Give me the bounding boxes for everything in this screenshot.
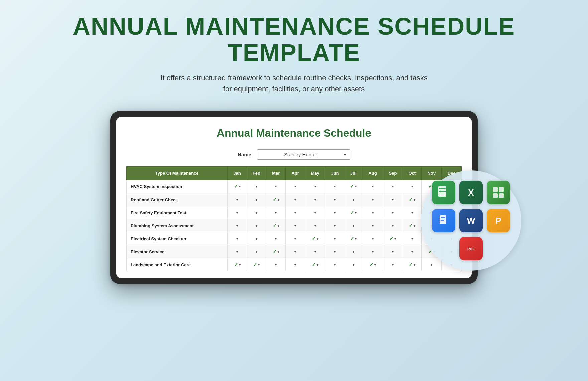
dropdown-arrow-icon[interactable]: ▾	[414, 198, 415, 202]
dropdown-arrow-icon[interactable]: ▾	[372, 198, 374, 202]
month-cell[interactable]: ▾	[325, 193, 345, 206]
dropdown-arrow-icon[interactable]: ▾	[411, 211, 413, 215]
month-cell[interactable]: ✓▾	[266, 245, 286, 258]
dropdown-arrow-icon[interactable]: ▾	[256, 185, 257, 188]
month-cell[interactable]: ▾	[383, 245, 403, 258]
month-cell[interactable]: ▾	[247, 245, 266, 258]
dropdown-arrow-icon[interactable]: ▾	[334, 263, 336, 267]
month-cell[interactable]: ✓▾	[345, 180, 362, 193]
dropdown-arrow-icon[interactable]: ▾	[314, 185, 316, 188]
month-cell[interactable]: ▾	[247, 193, 266, 206]
month-cell[interactable]: ▾	[286, 206, 305, 219]
app-icon-pages[interactable]: P	[487, 209, 510, 232]
dropdown-arrow-icon[interactable]: ▾	[372, 224, 374, 228]
month-cell[interactable]: ✓▾	[362, 258, 383, 271]
month-cell[interactable]: ▾	[403, 206, 421, 219]
month-cell[interactable]: ▾	[345, 245, 362, 258]
month-cell[interactable]: ▾	[345, 258, 362, 271]
dropdown-arrow-icon[interactable]: ▾	[392, 211, 394, 215]
month-cell[interactable]: ▾	[325, 245, 345, 258]
dropdown-arrow-icon[interactable]: ▾	[256, 198, 257, 202]
dropdown-arrow-icon[interactable]: ▾	[314, 250, 316, 254]
month-cell[interactable]: ▾	[286, 232, 305, 245]
month-cell[interactable]: ▾	[305, 193, 325, 206]
dropdown-arrow-icon[interactable]: ▾	[294, 185, 296, 188]
month-cell[interactable]: ✓▾	[247, 258, 266, 271]
dropdown-arrow-icon[interactable]: ▾	[256, 250, 257, 254]
month-cell[interactable]: ▾	[362, 219, 383, 232]
month-cell[interactable]: ▾	[362, 193, 383, 206]
dropdown-arrow-icon[interactable]: ▾	[374, 263, 376, 267]
dropdown-arrow-icon[interactable]: ▾	[372, 185, 374, 188]
month-cell[interactable]: ▾	[228, 245, 247, 258]
month-cell[interactable]: ▾	[362, 206, 383, 219]
dropdown-arrow-icon[interactable]: ▾	[256, 211, 257, 215]
month-cell[interactable]: ▾	[286, 258, 305, 271]
month-cell[interactable]: ▾	[228, 219, 247, 232]
month-cell[interactable]: ▾	[286, 245, 305, 258]
month-cell[interactable]: ▾	[247, 219, 266, 232]
month-cell[interactable]: ▾	[403, 245, 421, 258]
month-cell[interactable]: ▾	[362, 232, 383, 245]
dropdown-arrow-icon[interactable]: ▾	[294, 211, 296, 215]
dropdown-arrow-icon[interactable]: ▾	[294, 224, 296, 228]
dropdown-arrow-icon[interactable]: ▾	[414, 263, 415, 267]
month-cell[interactable]: ✓▾	[266, 219, 286, 232]
month-cell[interactable]: ✓▾	[228, 258, 247, 271]
dropdown-arrow-icon[interactable]: ▾	[275, 263, 277, 267]
dropdown-arrow-icon[interactable]: ▾	[275, 237, 277, 241]
dropdown-arrow-icon[interactable]: ▾	[275, 185, 277, 188]
dropdown-arrow-icon[interactable]: ▾	[239, 185, 241, 188]
month-cell[interactable]: ▾	[228, 232, 247, 245]
month-cell[interactable]: ✓▾	[345, 206, 362, 219]
dropdown-arrow-icon[interactable]: ▾	[278, 224, 279, 228]
dropdown-arrow-icon[interactable]: ▾	[334, 250, 336, 254]
dropdown-arrow-icon[interactable]: ▾	[294, 263, 296, 267]
month-cell[interactable]: ▾	[325, 180, 345, 193]
month-cell[interactable]: ▾	[266, 258, 286, 271]
month-cell[interactable]: ✓▾	[403, 219, 421, 232]
dropdown-arrow-icon[interactable]: ▾	[355, 185, 357, 188]
dropdown-arrow-icon[interactable]: ▾	[317, 263, 318, 267]
dropdown-arrow-icon[interactable]: ▾	[353, 263, 354, 267]
month-cell[interactable]: ✓▾	[345, 232, 362, 245]
dropdown-arrow-icon[interactable]: ▾	[372, 211, 374, 215]
dropdown-arrow-icon[interactable]: ▾	[394, 237, 396, 241]
dropdown-arrow-icon[interactable]: ▾	[334, 198, 336, 202]
dropdown-arrow-icon[interactable]: ▾	[392, 250, 394, 254]
dropdown-arrow-icon[interactable]: ▾	[317, 237, 318, 241]
dropdown-arrow-icon[interactable]: ▾	[355, 211, 357, 215]
app-icon-excel[interactable]: X	[459, 181, 483, 204]
dropdown-arrow-icon[interactable]: ▾	[334, 185, 336, 188]
month-cell[interactable]: ▾	[325, 206, 345, 219]
dropdown-arrow-icon[interactable]: ▾	[334, 237, 336, 241]
month-cell[interactable]: ▾	[266, 180, 286, 193]
dropdown-arrow-icon[interactable]: ▾	[334, 211, 336, 215]
dropdown-arrow-icon[interactable]: ▾	[236, 250, 238, 254]
app-icon-sheets[interactable]	[432, 181, 455, 204]
app-icon-pdf[interactable]: PDF	[459, 237, 483, 260]
dropdown-arrow-icon[interactable]: ▾	[275, 211, 277, 215]
month-cell[interactable]: ▾	[383, 258, 403, 271]
month-cell[interactable]: ▾	[286, 180, 305, 193]
month-cell[interactable]: ✓▾	[266, 193, 286, 206]
dropdown-arrow-icon[interactable]: ▾	[256, 224, 257, 228]
dropdown-arrow-icon[interactable]: ▾	[353, 198, 354, 202]
month-cell[interactable]: ▾	[362, 245, 383, 258]
dropdown-arrow-icon[interactable]: ▾	[411, 250, 413, 254]
dropdown-arrow-icon[interactable]: ▾	[334, 224, 336, 228]
dropdown-arrow-icon[interactable]: ▾	[411, 237, 413, 241]
month-cell[interactable]: ▾	[305, 219, 325, 232]
dropdown-arrow-icon[interactable]: ▾	[431, 263, 432, 267]
dropdown-arrow-icon[interactable]: ▾	[236, 211, 238, 215]
dropdown-arrow-icon[interactable]: ▾	[372, 250, 374, 254]
dropdown-arrow-icon[interactable]: ▾	[236, 198, 238, 202]
month-cell[interactable]: ✓▾	[383, 232, 403, 245]
month-cell[interactable]: ✓▾	[305, 232, 325, 245]
dropdown-arrow-icon[interactable]: ▾	[236, 224, 238, 228]
month-cell[interactable]: ▾	[247, 206, 266, 219]
dropdown-arrow-icon[interactable]: ▾	[392, 224, 394, 228]
month-cell[interactable]: ▾	[228, 206, 247, 219]
month-cell[interactable]: ▾	[403, 180, 421, 193]
dropdown-arrow-icon[interactable]: ▾	[278, 198, 279, 202]
